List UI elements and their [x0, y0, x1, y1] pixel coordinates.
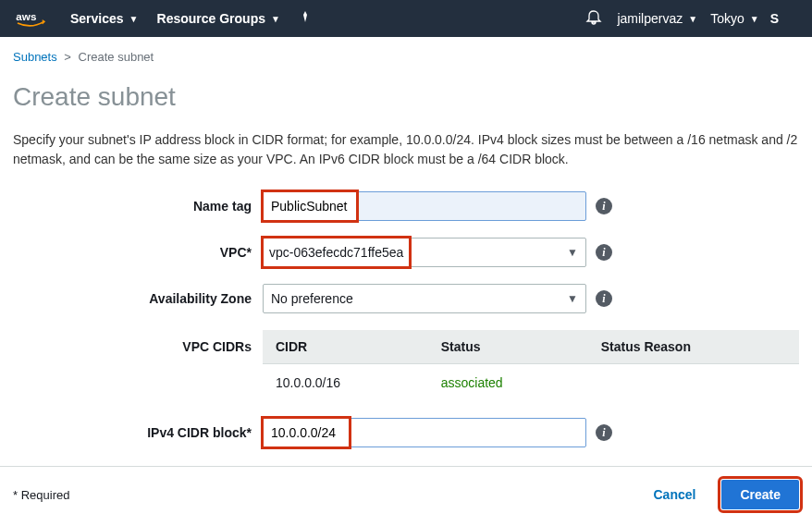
nav-support-label: S [770, 11, 779, 26]
ipv4-cidr-input[interactable] [264, 419, 349, 446]
nav-region[interactable]: Tokyo ▼ [710, 11, 758, 26]
az-select-value: No preference [271, 291, 353, 306]
az-label: Availability Zone [13, 291, 263, 306]
breadcrumb-subnets-link[interactable]: Subnets [13, 50, 57, 64]
caret-down-icon: ▼ [567, 292, 578, 305]
breadcrumb: Subnets > Create subnet [13, 50, 799, 64]
caret-down-icon: ▼ [750, 14, 759, 24]
aws-logo[interactable]: aws [15, 9, 48, 28]
breadcrumb-current: Create subnet [79, 50, 154, 64]
name-tag-label: Name tag [13, 199, 263, 214]
az-select[interactable]: No preference ▼ [263, 284, 586, 313]
status-reason-header: Status Reason [588, 330, 799, 364]
form-row-vpc: VPC* vpc-063efecdc71ffe5ea ▼ i [13, 238, 799, 267]
pin-icon[interactable] [299, 10, 312, 27]
vpc-label: VPC* [13, 245, 263, 260]
page-description: Specify your subnet's IP address block i… [13, 130, 799, 169]
name-tag-input[interactable] [264, 192, 356, 220]
cidr-header: CIDR [263, 330, 428, 364]
info-icon[interactable]: i [596, 198, 612, 214]
nav-services-label: Services [70, 11, 124, 26]
form-row-az: Availability Zone No preference ▼ i [13, 284, 799, 313]
form-row-name-tag: Name tag i [13, 191, 799, 221]
nav-region-label: Tokyo [710, 11, 744, 26]
required-note: * Required [13, 488, 69, 502]
page-title: Create subnet [13, 82, 799, 112]
top-nav: aws Services ▼ Resource Groups ▼ jamilpe… [0, 0, 812, 37]
nav-resource-groups[interactable]: Resource Groups ▼ [157, 11, 280, 26]
vpc-select[interactable]: vpc-063efecdc71ffe5ea ▼ [263, 238, 586, 267]
svg-text:aws: aws [16, 10, 36, 22]
status-header: Status [428, 330, 588, 364]
nav-resource-groups-label: Resource Groups [157, 11, 265, 26]
caret-down-icon: ▼ [688, 14, 697, 24]
ipv4-cidr-label: IPv4 CIDR block* [13, 425, 263, 440]
nav-support[interactable]: S [770, 11, 779, 26]
nav-services[interactable]: Services ▼ [70, 11, 139, 26]
vpc-cidrs-table: CIDR Status Status Reason 10.0.0.0/16 as… [263, 330, 799, 401]
table-row: 10.0.0.0/16 associated [263, 364, 799, 402]
footer-separator [0, 466, 812, 467]
nav-user-label: jamilpervaz [617, 11, 683, 26]
info-icon[interactable]: i [596, 290, 612, 307]
info-icon[interactable]: i [596, 244, 612, 261]
info-icon[interactable]: i [596, 424, 612, 441]
nav-user[interactable]: jamilpervaz ▼ [617, 11, 697, 26]
create-button[interactable]: Create [721, 480, 799, 509]
caret-down-icon: ▼ [271, 14, 280, 24]
notifications-icon[interactable] [585, 9, 602, 29]
vpc-select-value: vpc-063efecdc71ffe5ea [269, 245, 403, 260]
status-cell: associated [428, 364, 588, 402]
cidr-cell: 10.0.0.0/16 [263, 364, 428, 402]
cancel-button[interactable]: Cancel [642, 480, 707, 509]
breadcrumb-separator: > [64, 50, 71, 64]
form-row-ipv4-cidr: IPv4 CIDR block* i [13, 418, 799, 447]
vpc-cidrs-label: VPC CIDRs [13, 330, 263, 354]
form-row-vpc-cidrs: VPC CIDRs CIDR Status Status Reason 10.0… [13, 330, 799, 401]
footer: * Required Cancel Create [0, 480, 812, 522]
caret-down-icon: ▼ [129, 14, 139, 24]
caret-down-icon: ▼ [567, 246, 578, 259]
status-reason-cell [588, 364, 799, 402]
